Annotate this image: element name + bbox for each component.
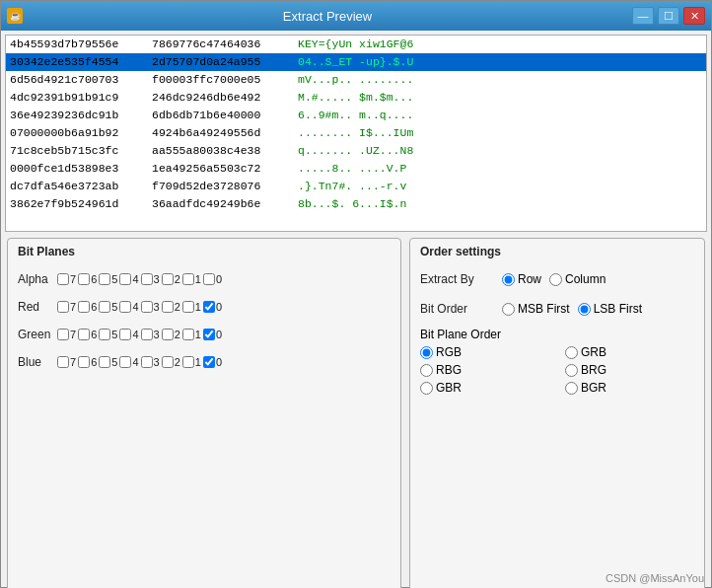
bit-plane-rbg-option[interactable]: RBG [420,363,549,377]
bit-checkbox-3[interactable] [141,356,153,368]
hex-col2: 4924b6a49249556d [152,124,298,142]
bit-plane-rbg-radio[interactable] [420,364,433,377]
preview-row[interactable]: 4b45593d7b79556e 7869776c47464036 KEY={y… [6,36,706,53]
title-bar: ☕ Extract Preview — ☐ ✕ [1,1,711,31]
ascii-col: 8b...$. 6...I$.n [298,195,706,213]
extract-by-row-option[interactable]: Row [502,272,541,286]
extract-by-column-radio[interactable] [549,273,562,286]
preview-row[interactable]: 3862e7f9b524961d 36aadfdc49249b6e 8b...$… [6,195,706,213]
bit-checkbox-0[interactable] [203,301,215,313]
bit-checkbox-7[interactable] [57,301,69,313]
preview-area[interactable]: 4b45593d7b79556e 7869776c47464036 KEY={y… [5,35,707,232]
preview-row[interactable]: 6d56d4921c700703 f00003ffc7000e05 mV...p… [6,71,706,89]
minimize-button[interactable]: — [632,7,654,25]
preview-row[interactable]: 36e49239236dc91b 6db6db71b6e40000 6..9#m… [6,107,706,124]
bit-plane-grb-radio[interactable] [565,346,578,359]
bit-item: 3 [141,329,160,340]
bit-checkbox-5[interactable] [99,329,110,340]
bit-plane-grb-option[interactable]: GRB [565,345,694,359]
bit-checkbox-5[interactable] [99,356,110,368]
hex-col2: aa555a80038c4e38 [152,142,298,160]
hex-col2: 1ea49256a5503c72 [152,160,298,178]
hex-col2: 246dc9246db6e492 [152,89,298,107]
bit-checkbox-2[interactable] [162,356,174,368]
bit-checkbox-2[interactable] [162,273,174,285]
extract-by-column-option[interactable]: Column [549,272,605,286]
bit-label-4: 4 [132,273,138,285]
bit-checkbox-7[interactable] [57,356,69,368]
bit-plane-brg-option[interactable]: BRG [565,363,694,377]
bit-channel-label: Red [18,300,57,314]
bit-label-1: 1 [195,301,201,313]
bit-plane-rgb-option[interactable]: RGB [420,345,549,359]
bit-checkbox-1[interactable] [182,329,194,340]
lsb-first-option[interactable]: LSB First [578,302,642,316]
extract-by-row-radio[interactable] [502,273,515,286]
bit-checkbox-2[interactable] [162,329,174,340]
hex-col1: 71c8ceb5b715c3fc [6,142,152,160]
bit-checkbox-3[interactable] [141,301,153,313]
window-title: Extract Preview [23,9,632,24]
msb-first-radio[interactable] [502,303,515,316]
bit-label-7: 7 [70,329,76,340]
bit-label-5: 5 [111,329,117,340]
bit-label-3: 3 [154,301,160,313]
bit-checkbox-1[interactable] [182,356,194,368]
bit-checkbox-1[interactable] [182,301,194,313]
bit-plane-bgr-option[interactable]: BGR [565,381,694,395]
preview-row[interactable]: 30342e2e535f4554 2d75707d0a24a955 04..S_… [6,53,706,71]
bit-order-row: Bit Order MSB First LSB First [420,296,694,322]
bit-checkbox-6[interactable] [78,356,90,368]
bit-planes-title: Bit Planes [18,245,391,258]
bit-checkbox-4[interactable] [119,273,131,285]
bit-checkbox-7[interactable] [57,329,69,340]
preview-row[interactable]: dc7dfa546e3723ab f709d52de3728076 .}.Tn7… [6,178,706,195]
msb-first-option[interactable]: MSB First [502,302,570,316]
bit-channel-label: Alpha [18,272,57,286]
hex-col1: dc7dfa546e3723ab [6,178,152,195]
bit-checkbox-1[interactable] [182,273,194,285]
bit-checkbox-4[interactable] [119,329,131,340]
maximize-button[interactable]: ☐ [658,7,679,25]
bit-label-1: 1 [195,273,201,285]
bit-checkbox-2[interactable] [162,301,174,313]
preview-row[interactable]: 0000fce1d53898e3 1ea49256a5503c72 .....8… [6,160,706,178]
bit-checkbox-3[interactable] [141,273,153,285]
close-button[interactable]: ✕ [683,7,705,25]
bit-plane-gbr-option[interactable]: GBR [420,381,549,395]
bit-item: 5 [99,273,117,285]
bit-checkbox-5[interactable] [99,273,110,285]
bit-checkbox-6[interactable] [78,329,90,340]
preview-row[interactable]: 4dc92391b91b91c9 246dc9246db6e492 M.#...… [6,89,706,107]
lsb-first-radio[interactable] [578,303,591,316]
bit-plane-gbr-radio[interactable] [420,382,433,395]
bit-plane-rgb-radio[interactable] [420,346,433,359]
bit-item: 2 [162,301,180,313]
ascii-col: q....... .UZ...N8 [298,142,706,160]
bit-checkbox-5[interactable] [99,301,110,313]
bit-checkbox-3[interactable] [141,329,153,340]
bit-checkbox-0[interactable] [203,329,215,340]
bit-checkbox-6[interactable] [78,301,90,313]
bit-plane-brg-radio[interactable] [565,364,578,377]
bit-channel-row: Blue 7 6 5 4 3 2 1 0 [18,349,391,375]
preview-row[interactable]: 71c8ceb5b715c3fc aa555a80038c4e38 q.....… [6,142,706,160]
bit-item: 5 [99,301,117,313]
bit-checkbox-4[interactable] [119,356,131,368]
ascii-col: KEY={yUn xiw1GF@6 [298,36,706,53]
bit-label-4: 4 [132,301,138,313]
hex-col1: 30342e2e535f4554 [6,53,152,71]
ascii-col: .....8.. ....V.P [298,160,706,178]
bit-item: 6 [78,301,97,313]
hex-col1: 4dc92391b91b91c9 [6,89,152,107]
bit-checkbox-4[interactable] [119,301,131,313]
bit-checkbox-7[interactable] [57,273,69,285]
bit-checkbox-6[interactable] [78,273,90,285]
bit-label-0: 0 [216,329,222,340]
bit-checkbox-0[interactable] [203,273,215,285]
preview-row[interactable]: 07000000b6a91b92 4924b6a49249556d ......… [6,124,706,142]
bit-checkbox-0[interactable] [203,356,215,368]
title-bar-controls: — ☐ ✕ [632,7,705,25]
bottom-panel: Bit Planes Alpha 7 6 5 4 3 2 1 0 Red [1,232,711,588]
bit-plane-bgr-radio[interactable] [565,382,578,395]
